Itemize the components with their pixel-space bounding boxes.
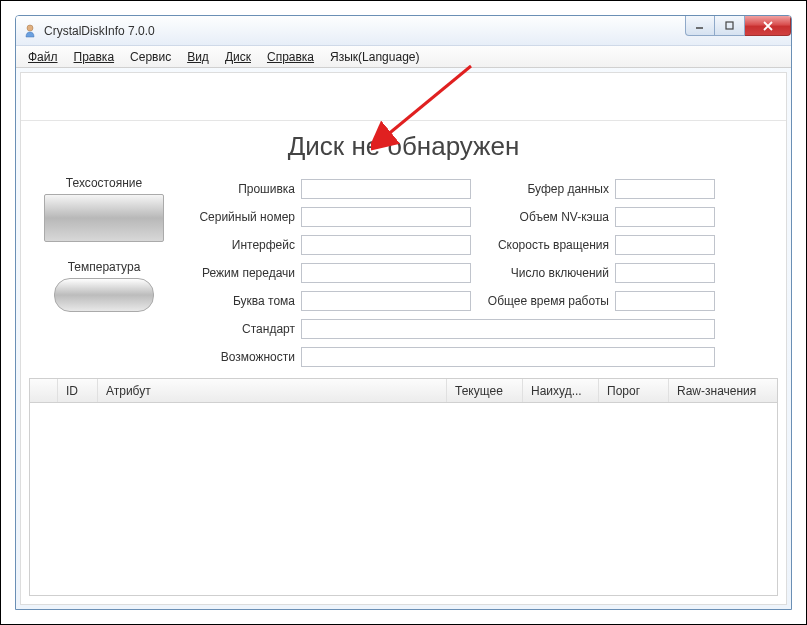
left-panel: Техсостояние Температура <box>29 176 179 370</box>
close-button[interactable] <box>745 16 791 36</box>
disk-selector-bar <box>21 73 786 121</box>
transfer-label: Режим передачи <box>179 266 299 280</box>
menu-service[interactable]: Сервис <box>122 48 179 66</box>
health-status-label: Техсостояние <box>29 176 179 190</box>
interface-value <box>301 235 471 255</box>
menu-file[interactable]: Файл <box>20 48 66 66</box>
firmware-label: Прошивка <box>179 182 299 196</box>
nvcache-label: Объем NV-кэша <box>473 210 613 224</box>
features-label: Возможности <box>179 350 299 364</box>
window-controls <box>685 16 791 36</box>
col-current[interactable]: Текущее <box>447 379 523 402</box>
window-title: CrystalDiskInfo 7.0.0 <box>44 24 155 38</box>
menu-language[interactable]: Язык(Language) <box>322 48 427 66</box>
serial-label: Серийный номер <box>179 210 299 224</box>
drive-label: Буква тома <box>179 294 299 308</box>
menu-edit[interactable]: Правка <box>66 48 123 66</box>
transfer-value <box>301 263 471 283</box>
titlebar[interactable]: CrystalDiskInfo 7.0.0 <box>16 16 791 46</box>
disk-not-found-heading: Диск не обнаружен <box>21 121 786 176</box>
firmware-value <box>301 179 471 199</box>
info-area: Техсостояние Температура Прошивка Буфер … <box>21 176 786 378</box>
menu-view[interactable]: Вид <box>179 48 217 66</box>
content-area: Диск не обнаружен Техсостояние Температу… <box>20 72 787 605</box>
minimize-button[interactable] <box>685 16 715 36</box>
col-threshold[interactable]: Порог <box>599 379 669 402</box>
hours-value <box>615 291 715 311</box>
serial-value <box>301 207 471 227</box>
col-worst[interactable]: Наихуд... <box>523 379 599 402</box>
menu-help[interactable]: Справка <box>259 48 322 66</box>
buffer-value <box>615 179 715 199</box>
rotation-value <box>615 235 715 255</box>
menubar: Файл Правка Сервис Вид Диск Справка Язык… <box>16 46 791 68</box>
features-value <box>301 347 715 367</box>
col-id[interactable]: ID <box>58 379 98 402</box>
col-blank[interactable] <box>30 379 58 402</box>
poweron-value <box>615 263 715 283</box>
table-header: ID Атрибут Текущее Наихуд... Порог Raw-з… <box>30 379 777 403</box>
svg-point-0 <box>27 25 33 31</box>
standard-label: Стандарт <box>179 322 299 336</box>
fields-panel: Прошивка Буфер данных Серийный номер Объ… <box>179 176 778 370</box>
poweron-label: Число включений <box>473 266 613 280</box>
col-raw[interactable]: Raw-значения <box>669 379 777 402</box>
hours-label: Общее время работы <box>473 294 613 308</box>
temperature-label: Температура <box>29 260 179 274</box>
interface-label: Интерфейс <box>179 238 299 252</box>
standard-value <box>301 319 715 339</box>
buffer-label: Буфер данных <box>473 182 613 196</box>
app-icon <box>22 23 38 39</box>
rotation-label: Скорость вращения <box>473 238 613 252</box>
health-status-box <box>44 194 164 242</box>
temperature-box <box>54 278 154 312</box>
menu-disk[interactable]: Диск <box>217 48 259 66</box>
nvcache-value <box>615 207 715 227</box>
drive-value <box>301 291 471 311</box>
svg-rect-2 <box>726 22 733 29</box>
smart-table: ID Атрибут Текущее Наихуд... Порог Raw-з… <box>29 378 778 596</box>
col-attribute[interactable]: Атрибут <box>98 379 447 402</box>
table-body <box>30 403 777 595</box>
maximize-button[interactable] <box>715 16 745 36</box>
app-window: CrystalDiskInfo 7.0.0 Файл Правка Сервис… <box>15 15 792 610</box>
